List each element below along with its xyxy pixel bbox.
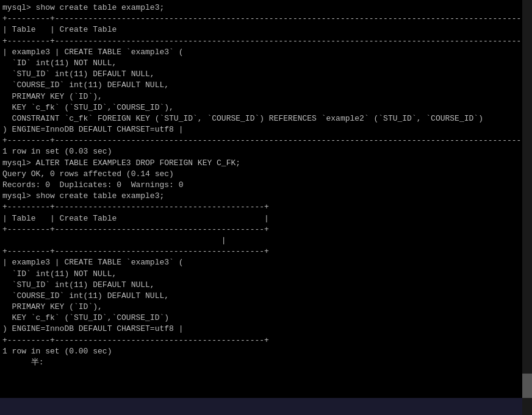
bottom-bar	[0, 398, 532, 415]
terminal-line-data2: `ID` int(11) NOT NULL,	[0, 58, 532, 69]
terminal-line-prompt_last: 半:	[0, 357, 532, 368]
terminal-line-data9: | example3 | CREATE TABLE `example3` (	[0, 257, 532, 268]
terminal-window: mysql> show create table example3;+-----…	[0, 0, 532, 371]
terminal-line-sep3c: +---------+-----------------------------…	[0, 224, 532, 235]
terminal-line-data8: ) ENGINE=InnoDB DEFAULT CHARSET=utf8 |	[0, 124, 532, 135]
terminal-line-cmd2: mysql> ALTER TABLE EXAMPLE3 DROP FOREIGN…	[0, 158, 532, 169]
terminal-line-data15: ) ENGINE=InnoDB DEFAULT CHARSET=utf8 |	[0, 324, 532, 335]
terminal-line-result2: 1 row in set (0.00 sec)	[0, 346, 532, 357]
terminal-line-sep1b: | Table | Create Table |	[0, 24, 532, 35]
terminal-line-data11: `STU_ID` int(11) DEFAULT NULL,	[0, 280, 532, 291]
terminal-line-data13: PRIMARY KEY (`ID`),	[0, 302, 532, 313]
terminal-line-data6: KEY `c_fk` (`STU_ID`,`COURSE_ID`),	[0, 102, 532, 113]
terminal-line-data7: CONSTRAINT `c_fk` FOREIGN KEY (`STU_ID`,…	[0, 113, 532, 124]
scrollbar-thumb[interactable]	[522, 374, 532, 398]
terminal-line-sep3a: +---------+-----------------------------…	[0, 202, 532, 213]
terminal-line-data12: `COURSE_ID` int(11) DEFAULT NULL,	[0, 291, 532, 302]
terminal-line-data14: KEY `c_fk` (`STU_ID`,`COURSE_ID`)	[0, 313, 532, 324]
terminal-line-data10: `ID` int(11) NOT NULL,	[0, 269, 532, 280]
terminal-line-data3: `STU_ID` int(11) DEFAULT NULL,	[0, 69, 532, 80]
terminal-line-cmd3: mysql> show create table example3;	[0, 191, 532, 202]
terminal-line-sep3b: | Table | Create Table |	[0, 213, 532, 224]
terminal-line-sep1a: +---------+-----------------------------…	[0, 13, 532, 24]
terminal-line-records: Records: 0 Duplicates: 0 Warnings: 0	[0, 180, 532, 191]
terminal-line-cmd1: mysql> show create table example3;	[0, 2, 532, 13]
terminal-line-result1: 1 row in set (0.03 sec)	[0, 146, 532, 157]
terminal-line-sep2: +---------+-----------------------------…	[0, 135, 532, 146]
terminal-line-data5: PRIMARY KEY (`ID`),	[0, 91, 532, 102]
terminal-line-sep1c: +---------+-----------------------------…	[0, 36, 532, 47]
terminal-line-data4: `COURSE_ID` int(11) DEFAULT NULL,	[0, 80, 532, 91]
terminal-line-sep3d: +---------+-----------------------------…	[0, 246, 532, 257]
terminal-line-pipe1: |	[0, 235, 532, 246]
terminal-line-data1: | example3 | CREATE TABLE `example3` (	[0, 47, 532, 58]
scrollbar[interactable]	[522, 0, 532, 415]
terminal-line-sep4: +---------+-----------------------------…	[0, 335, 532, 346]
terminal-line-queryok: Query OK, 0 rows affected (0.14 sec)	[0, 169, 532, 180]
